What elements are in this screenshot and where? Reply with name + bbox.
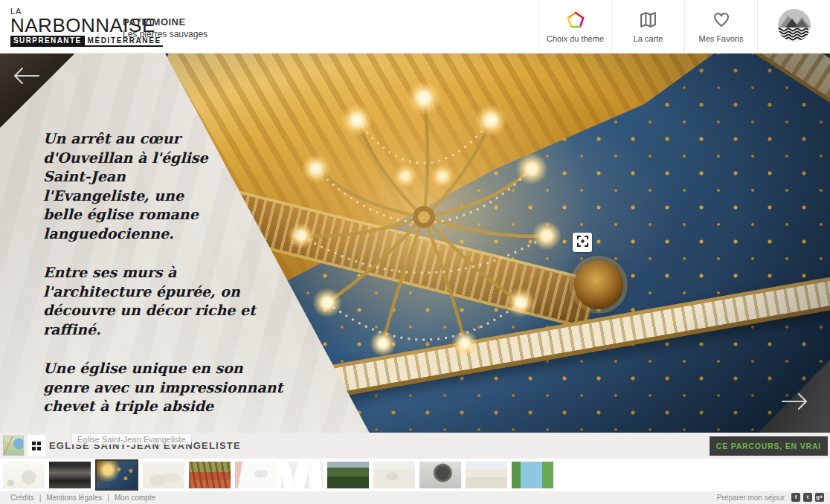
title-tooltip: Eglise Saint-Jean Evangeliste <box>72 434 191 445</box>
google-plus-icon[interactable]: g+ <box>815 493 824 502</box>
thumb-church-ceiling[interactable] <box>95 459 138 491</box>
facebook-icon[interactable]: f <box>791 493 800 502</box>
nav-map[interactable]: La carte <box>611 0 684 53</box>
footer-link-credits[interactable]: Crédits <box>10 494 34 502</box>
nav-favorites[interactable]: Mes Favoris <box>684 0 757 53</box>
title-toolbar: EGLISE SAINT-JEAN EVANGELISTE Eglise Sai… <box>0 433 830 459</box>
paragraph-3: Une église unique en son genre avec un i… <box>43 359 293 416</box>
thumb-polaroid-collage[interactable] <box>281 462 323 488</box>
arrow-left-icon[interactable] <box>10 64 42 91</box>
description-text: Un arrêt au cœur d'Ouveillan à l'église … <box>43 129 296 433</box>
mountains-waves-logo <box>777 8 811 45</box>
thumb-green-landscape[interactable] <box>327 462 369 488</box>
footer-link-account[interactable]: Mon compte <box>115 494 155 502</box>
footer-right: Préparer mon séjour f t g+ <box>717 493 824 502</box>
expand-icon <box>576 235 589 251</box>
theme-pentagon-icon <box>566 10 585 30</box>
footer: Crédits | Mentions légales | Mon compte … <box>0 491 830 504</box>
map-icon <box>639 10 657 30</box>
nav-map-label: La carte <box>634 34 663 43</box>
nav-theme-choice[interactable]: Choix du thème <box>538 0 611 53</box>
prepare-stay-link[interactable]: Préparer mon séjour <box>717 494 785 502</box>
grid-icon <box>32 442 41 450</box>
section-subtitle: Les pierres sauvages <box>123 29 208 39</box>
thumb-dark-rocks[interactable] <box>49 462 91 488</box>
section-title: PATRIMOINE <box>123 16 208 28</box>
footer-separator: | <box>39 494 42 502</box>
footer-link-legal[interactable]: Mentions légales <box>46 494 102 502</box>
footer-links: Crédits | Mentions légales | Mon compte <box>10 494 155 502</box>
paragraph-2: Entre ses murs à l'architecture épurée, … <box>43 263 280 339</box>
nav-theme-label: Choix du thème <box>547 34 604 43</box>
heart-icon <box>712 10 731 30</box>
thumb-capitelle-sketch[interactable] <box>3 462 45 488</box>
thumb-ruins-plain[interactable] <box>373 462 415 488</box>
thumbnail-strip <box>0 459 830 491</box>
twitter-icon[interactable]: t <box>803 493 812 502</box>
thumb-vineyard-painting[interactable] <box>189 462 231 488</box>
header-nav: Choix du thème La carte Mes Favoris <box>538 0 830 53</box>
paragraph-1: Un arrêt au cœur d'Ouveillan à l'église … <box>43 129 216 243</box>
brand-logo-cell[interactable] <box>757 0 830 53</box>
fullscreen-button[interactable] <box>573 233 592 252</box>
thumb-abbey-ruins[interactable] <box>143 462 184 488</box>
nav-favorites-label: Mes Favoris <box>699 34 744 43</box>
arrow-right-icon[interactable] <box>779 390 811 416</box>
cta-parcours-button[interactable]: CE PARCOURS, EN VRAI <box>710 436 828 456</box>
mini-map-thumbnail[interactable] <box>3 436 24 456</box>
page: LA NARBONNAISE SURPRENANTE MÉDITERRANÉE … <box>0 0 830 504</box>
header: LA NARBONNAISE SURPRENANTE MÉDITERRANÉE … <box>0 0 830 54</box>
hero-slide: Un arrêt au cœur d'Ouveillan à l'église … <box>0 54 830 433</box>
thumb-garrigue-landscape[interactable] <box>466 462 507 488</box>
thumb-portrait-engraving[interactable] <box>419 462 461 488</box>
thumb-cathedral-sketch[interactable] <box>235 462 277 488</box>
footer-separator: | <box>107 494 109 502</box>
section-block: PATRIMOINE Les pierres sauvages <box>123 16 208 39</box>
grid-view-button[interactable] <box>28 435 45 456</box>
logo-badge-surprenante: SURPRENANTE <box>10 36 85 47</box>
thumb-lagoon-painting[interactable] <box>512 462 553 488</box>
